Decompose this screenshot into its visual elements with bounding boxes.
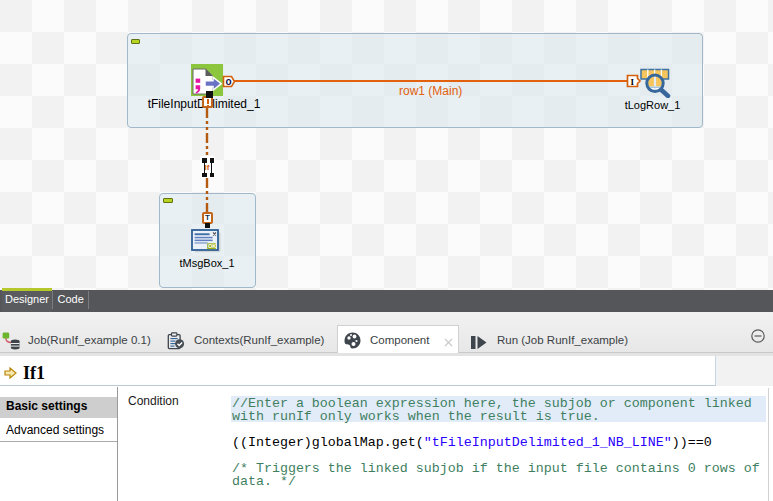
svg-text:I: I xyxy=(631,77,635,87)
svg-text:o: o xyxy=(225,76,231,87)
svg-text:OK: OK xyxy=(208,243,216,249)
